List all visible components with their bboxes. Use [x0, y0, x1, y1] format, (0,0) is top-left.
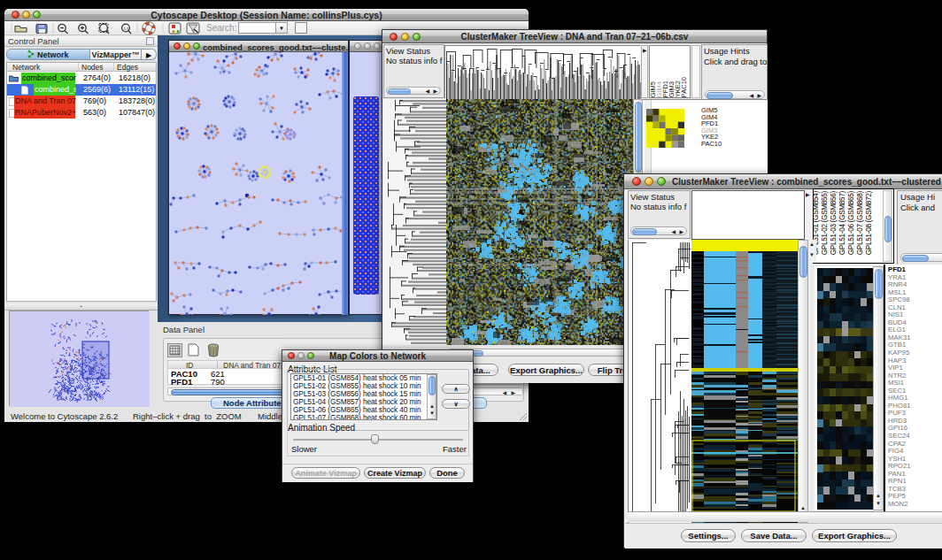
svg-text:1:1: 1:1: [124, 27, 129, 31]
